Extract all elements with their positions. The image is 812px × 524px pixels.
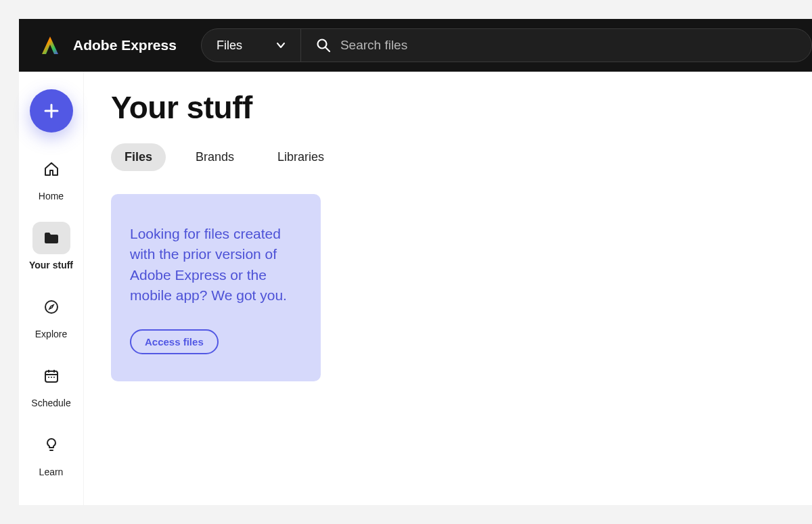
legacy-files-card: Looking for files created with the prior… — [111, 194, 321, 381]
chevron-down-icon — [276, 41, 286, 50]
home-icon — [43, 161, 60, 177]
svg-point-11 — [53, 377, 55, 378]
access-files-button[interactable]: Access files — [130, 329, 219, 354]
compass-icon — [43, 299, 60, 315]
tab-files[interactable]: Files — [111, 143, 166, 171]
sidebar: Home Your stuff Explore — [19, 72, 84, 505]
search-input[interactable] — [340, 38, 811, 53]
sidebar-item-label: Schedule — [31, 398, 70, 408]
sidebar-item-schedule[interactable]: Schedule — [19, 360, 83, 408]
sidebar-item-label: Your stuff — [29, 260, 73, 270]
sidebar-item-label: Home — [39, 191, 64, 201]
search-scope-label: Files — [217, 39, 242, 53]
svg-point-9 — [48, 377, 49, 378]
body: Home Your stuff Explore — [19, 72, 812, 505]
main-content: Your stuff Files Brands Libraries Lookin… — [88, 72, 812, 505]
lightbulb-icon — [43, 437, 60, 453]
calendar-icon — [43, 368, 60, 384]
sidebar-item-your-stuff[interactable]: Your stuff — [19, 222, 83, 270]
brand: Adobe Express — [39, 34, 177, 56]
tabs: Files Brands Libraries — [111, 143, 789, 171]
svg-point-4 — [45, 301, 58, 313]
svg-point-10 — [51, 377, 52, 378]
legacy-files-message: Looking for files created with the prior… — [130, 224, 302, 306]
search-bar: Files — [201, 28, 812, 62]
search-input-wrap — [301, 38, 811, 53]
app-frame: Adobe Express Files — [19, 19, 812, 505]
tab-brands[interactable]: Brands — [182, 143, 248, 171]
sidebar-item-learn[interactable]: Learn — [19, 429, 83, 477]
svg-line-1 — [325, 47, 330, 51]
search-icon — [316, 38, 331, 53]
topbar: Adobe Express Files — [19, 19, 812, 72]
folder-icon — [43, 231, 60, 245]
sidebar-item-explore[interactable]: Explore — [19, 291, 83, 339]
page-title: Your stuff — [111, 89, 789, 126]
sidebar-item-label: Explore — [35, 329, 67, 339]
sidebar-item-label: Learn — [39, 467, 64, 477]
adobe-express-logo-icon — [39, 34, 61, 56]
brand-name: Adobe Express — [73, 37, 177, 53]
plus-icon — [43, 102, 60, 120]
tab-libraries[interactable]: Libraries — [264, 143, 338, 171]
create-button[interactable] — [30, 89, 73, 133]
sidebar-item-home[interactable]: Home — [19, 153, 83, 201]
search-scope-dropdown[interactable]: Files — [202, 29, 301, 62]
